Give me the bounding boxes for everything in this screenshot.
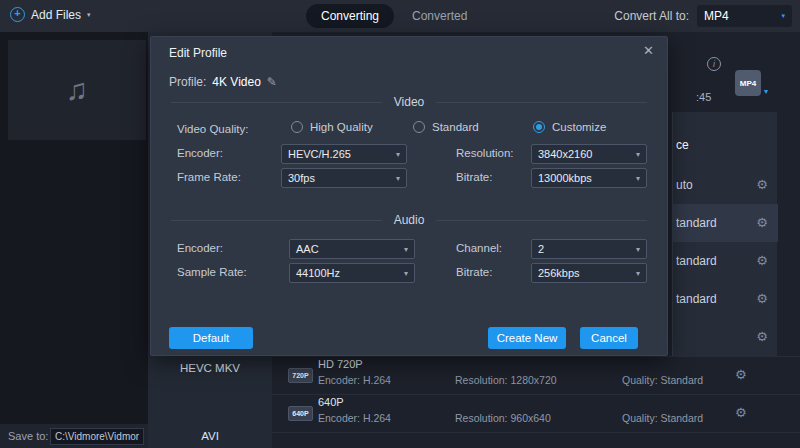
category-avi[interactable]: AVI [148, 430, 272, 448]
convert-all-format-select[interactable]: MP4 ▾ [697, 5, 792, 27]
save-to-bar: Save to: C:\Vidmore\Vidmor [0, 424, 148, 448]
video-bitrate-label: Bitrate: [456, 171, 492, 183]
radio-label: Customize [552, 121, 606, 133]
dropdown-item-label: tandard [676, 292, 717, 306]
music-note-icon: ♫ [66, 73, 89, 107]
save-path-input[interactable]: C:\Vidmore\Vidmor [50, 428, 144, 445]
resolution-select[interactable]: 3840x2160 ▾ [531, 144, 647, 164]
format-encoder: Encoder: H.264 [318, 412, 391, 424]
audio-bitrate-select[interactable]: 256kbps ▾ [531, 263, 647, 283]
resolution-value: 3840x2160 [538, 148, 592, 160]
dropdown-item[interactable]: ⚙ [673, 318, 778, 356]
radio-label: High Quality [310, 121, 373, 133]
gear-icon[interactable]: ⚙ [756, 177, 768, 192]
format-quality: Quality: Standard [622, 374, 703, 386]
video-encoder-select[interactable]: HEVC/H.265 ▾ [281, 144, 407, 164]
convert-all-format-value: MP4 [704, 9, 729, 23]
format-quality: Quality: Standard [622, 412, 703, 424]
frame-rate-select[interactable]: 30fps ▾ [281, 168, 407, 188]
tab-converting[interactable]: Converting [306, 4, 394, 28]
video-quality-label: Video Quality: [177, 123, 248, 135]
cancel-button[interactable]: Cancel [580, 327, 638, 349]
chevron-down-icon: ▾ [764, 87, 768, 96]
format-row-576p[interactable]: 576P SD 576P [272, 432, 800, 448]
format-resolution: Resolution: 960x640 [455, 412, 551, 424]
gear-icon[interactable]: ⚙ [735, 405, 747, 420]
convert-all-label: Convert All to: [614, 9, 689, 23]
output-format-dropdown-panel: ce uto ⚙ tandard ⚙ tandard ⚙ tandard ⚙ ⚙ [672, 112, 777, 356]
format-row-640p[interactable]: 640P 640P Encoder: H.264 Resolution: 960… [272, 394, 800, 432]
sample-rate-label: Sample Rate: [177, 266, 247, 278]
format-title: 640P [318, 396, 344, 408]
radio-icon [291, 121, 303, 133]
sample-rate-select[interactable]: 44100Hz ▾ [289, 263, 415, 283]
tab-converted[interactable]: Converted [404, 4, 475, 28]
audio-encoder-label: Encoder: [177, 242, 223, 254]
radio-standard[interactable]: Standard [413, 121, 479, 133]
file-thumbnail[interactable]: ♫ [8, 40, 146, 140]
info-icon[interactable]: i [707, 57, 721, 71]
format-row-720p[interactable]: 720P HD 720P Encoder: H.264 Resolution: … [272, 356, 800, 394]
divider [436, 102, 647, 103]
dropdown-item-standard[interactable]: tandard ⚙ [673, 204, 778, 242]
edit-pencil-icon[interactable]: ✎ [267, 75, 277, 89]
category-hevc-mkv[interactable]: HEVC MKV [148, 362, 272, 380]
dropdown-item-label: tandard [676, 254, 717, 268]
chevron-down-icon: ▾ [396, 174, 400, 183]
chevron-down-icon: ▾ [404, 269, 408, 278]
gear-icon[interactable]: ⚙ [756, 329, 768, 344]
resolution-badge: 720P [288, 368, 313, 383]
divider [436, 220, 647, 221]
radio-icon [413, 121, 425, 133]
resolution-badge: 640P [288, 406, 313, 421]
dropdown-item-standard[interactable]: tandard ⚙ [673, 280, 778, 318]
default-button[interactable]: Default [169, 327, 253, 349]
mp4-format-icon: MP4 [735, 70, 761, 96]
close-icon[interactable]: ✕ [643, 43, 654, 58]
dropdown-item-standard[interactable]: tandard ⚙ [673, 242, 778, 280]
chevron-down-icon: ▾ [781, 12, 785, 20]
audio-section-title: Audio [394, 213, 425, 227]
audio-encoder-value: AAC [296, 243, 319, 255]
dialog-title: Edit Profile [169, 46, 227, 60]
audio-encoder-select[interactable]: AAC ▾ [289, 239, 415, 259]
dropdown-item-auto[interactable]: uto ⚙ [673, 166, 778, 204]
main-tabs: Converting Converted [306, 4, 475, 28]
app-window: + Add Files ▾ Converting Converted Conve… [0, 0, 800, 448]
gear-icon[interactable]: ⚙ [756, 215, 768, 230]
create-new-button[interactable]: Create New [488, 327, 566, 349]
gear-icon[interactable]: ⚙ [735, 367, 747, 382]
gear-icon[interactable]: ⚙ [756, 291, 768, 306]
gear-icon[interactable]: ⚙ [756, 253, 768, 268]
top-bar: + Add Files ▾ Converting Converted Conve… [0, 0, 800, 32]
divider [171, 102, 382, 103]
chevron-down-icon: ▾ [636, 245, 640, 254]
chevron-down-icon: ▾ [636, 174, 640, 183]
dropdown-item-label: uto [676, 178, 693, 192]
frame-rate-value: 30fps [288, 172, 315, 184]
dropdown-item-label: tandard [676, 216, 717, 230]
resolution-label: Resolution: [456, 147, 514, 159]
format-resolution: Resolution: 1280x720 [455, 374, 557, 386]
chevron-down-icon: ▾ [636, 269, 640, 278]
radio-high-quality[interactable]: High Quality [291, 121, 373, 133]
video-encoder-label: Encoder: [177, 147, 223, 159]
radio-customize[interactable]: Customize [533, 121, 606, 133]
video-section-title: Video [394, 95, 424, 109]
chevron-down-icon: ▾ [636, 150, 640, 159]
video-bitrate-select[interactable]: 13000kbps ▾ [531, 168, 647, 188]
dropdown-header: ce [676, 130, 689, 160]
channel-select[interactable]: 2 ▾ [531, 239, 647, 259]
video-bitrate-value: 13000kbps [538, 172, 592, 184]
profile-row: Profile: 4K Video ✎ [169, 75, 277, 89]
format-encoder: Encoder: H.264 [318, 374, 391, 386]
audio-bitrate-value: 256kbps [538, 267, 580, 279]
edit-profile-dialog: Edit Profile ✕ Profile: 4K Video ✎ Video… [150, 36, 668, 356]
divider [171, 220, 382, 221]
chevron-down-icon: ▾ [396, 150, 400, 159]
file-output-format-button[interactable]: MP4 ▾ [735, 70, 768, 96]
video-section-header: Video [171, 95, 647, 109]
audio-section-header: Audio [171, 213, 647, 227]
profile-name: 4K Video [212, 75, 261, 89]
add-files-button[interactable]: + Add Files ▾ [10, 7, 91, 22]
